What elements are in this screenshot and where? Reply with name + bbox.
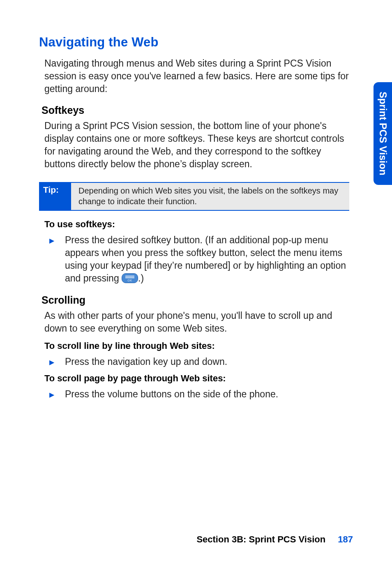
tip-text: Depending on which Web sites you visit, … <box>71 183 349 210</box>
softkeys-heading: Softkeys <box>39 104 353 116</box>
softkeys-body: During a Sprint PCS Vision session, the … <box>39 120 353 171</box>
to-use-softkeys-label: To use softkeys: <box>39 219 353 230</box>
scroll-line-bullet-row: ▶ Press the navigation key up and down. <box>39 355 353 368</box>
thumb-tab: Sprint PCS Vision <box>374 82 392 185</box>
bullet-triangle-icon: ▶ <box>49 358 65 366</box>
bullet-text-before: Press the desired softkey button. (If an… <box>65 235 346 284</box>
intro-paragraph: Navigating through menus and Web sites d… <box>39 57 353 95</box>
footer-section: Section 3B: Sprint PCS Vision <box>196 534 325 544</box>
scroll-line-label: To scroll line by line through Web sites… <box>39 341 353 351</box>
tip-callout: Tip: Depending on which Web sites you vi… <box>39 182 349 211</box>
footer-page-number: 187 <box>328 534 353 544</box>
scroll-line-bullet-text: Press the navigation key up and down. <box>65 355 227 368</box>
scroll-page-bullet-text: Press the volume buttons on the side of … <box>65 388 278 401</box>
bullet-text-after: .) <box>138 273 144 284</box>
menu-ok-key-icon <box>122 273 138 283</box>
manual-page: Navigating the Web Navigating through me… <box>0 0 392 588</box>
scrolling-body: As with other parts of your phone's menu… <box>39 309 353 335</box>
scroll-page-bullet-row: ▶ Press the volume buttons on the side o… <box>39 388 353 401</box>
softkeys-bullet-row: ▶ Press the desired softkey button. (If … <box>39 234 353 285</box>
bullet-triangle-icon: ▶ <box>49 237 65 244</box>
softkeys-bullet-text: Press the desired softkey button. (If an… <box>65 234 353 285</box>
bullet-triangle-icon: ▶ <box>49 391 65 399</box>
page-title: Navigating the Web <box>39 35 353 50</box>
scroll-page-label: To scroll page by page through Web sites… <box>39 373 353 384</box>
tip-label: Tip: <box>39 183 71 210</box>
scrolling-heading: Scrolling <box>39 294 353 306</box>
thumb-tab-label: Sprint PCS Vision <box>377 92 389 175</box>
page-footer: Section 3B: Sprint PCS Vision 187 <box>196 534 353 545</box>
